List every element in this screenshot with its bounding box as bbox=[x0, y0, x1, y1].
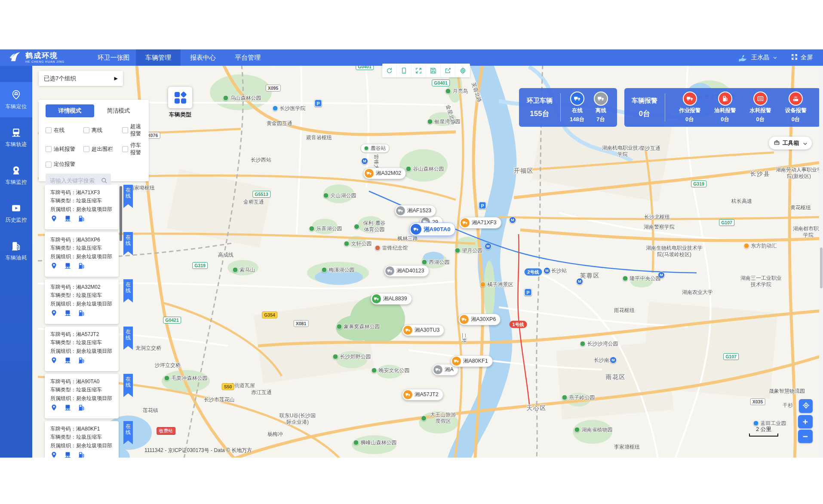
filter-超速报警[interactable]: 超速报警 bbox=[122, 123, 143, 137]
sidebar-item-车辆监控[interactable]: 车辆监控 bbox=[0, 158, 32, 193]
parking-icon[interactable]: P bbox=[479, 202, 486, 209]
filter-离线[interactable]: 离线 bbox=[83, 123, 122, 137]
checkbox[interactable] bbox=[46, 162, 52, 168]
map-tool-zoomReset[interactable] bbox=[382, 64, 397, 77]
vehicle-card[interactable]: 车牌号码：湘A32M02车辆类型：垃圾压缩车所属组织：厨余垃圾项目部在线 bbox=[45, 279, 119, 324]
checkbox[interactable] bbox=[46, 127, 52, 133]
filter-超出围栏[interactable]: 超出围栏 bbox=[83, 142, 122, 156]
vehicle-marker-湘AL8839[interactable]: 湘AL8839 bbox=[371, 293, 412, 305]
track-vehicle-icon[interactable] bbox=[64, 357, 71, 364]
vehicle-list-scrollbar[interactable] bbox=[120, 186, 122, 241]
vehicle-marker-湘A30TU3[interactable]: 湘A30TU3 bbox=[402, 324, 444, 336]
fuel-vehicle-icon[interactable] bbox=[78, 215, 85, 222]
track-vehicle-icon[interactable] bbox=[64, 451, 71, 458]
vehicle-type-button[interactable]: 车辆类型 bbox=[168, 87, 192, 119]
map-label-text: 长沙郊野公园 bbox=[340, 353, 371, 360]
vehicle-marker-湘AD40123[interactable]: 湘AD40123 bbox=[384, 265, 429, 277]
locate-button[interactable] bbox=[799, 399, 813, 413]
park-icon bbox=[580, 341, 586, 347]
map-tool-save[interactable] bbox=[426, 64, 441, 77]
vehicle-marker-湘A71XF3[interactable]: 湘A71XF3 bbox=[459, 217, 501, 229]
chevron-down-icon bbox=[802, 141, 808, 146]
page-scrollbar-thumb[interactable] bbox=[820, 247, 823, 288]
metro-station-icon: M bbox=[485, 243, 491, 250]
org-selector[interactable]: 已选7个组织 ▶ bbox=[39, 71, 123, 86]
vehicle-marker-湘AF1523[interactable]: 湘AF1523 bbox=[395, 205, 436, 217]
sidebar-item-车辆定位[interactable]: 车辆定位 bbox=[0, 82, 32, 117]
metro-station-icon: M bbox=[544, 267, 550, 274]
app-stage: 乌山森林公园月亮岛银星湾公园谷山森林公园尖山湖公园乐喜湖公园保利·麓谷体育公园文… bbox=[0, 49, 823, 458]
map-label-湖南省植物园: 湖南省植物园 bbox=[574, 426, 613, 434]
vehicle-card[interactable]: 车牌号码：湘A30XP6车辆类型：垃圾压缩车所属组织：厨余垃圾项目部在线 bbox=[45, 232, 119, 277]
filter-油耗报警[interactable]: 油耗报警 bbox=[46, 142, 83, 156]
map-label-高成线: 高成线 bbox=[218, 251, 233, 259]
vehicle-marker-湘A32M02[interactable]: 湘A32M02 bbox=[363, 168, 406, 179]
toolbox-button[interactable]: 工具箱 bbox=[769, 137, 812, 150]
track-vehicle-icon[interactable] bbox=[64, 262, 71, 269]
map-label-杨梅冲: 杨梅冲 bbox=[267, 431, 283, 438]
fuel-vehicle-icon[interactable] bbox=[78, 451, 85, 458]
zoom-out-button[interactable]: − bbox=[798, 430, 813, 443]
locate-vehicle-icon[interactable] bbox=[50, 357, 58, 364]
vehicle-card[interactable]: 车牌号码：湘A80KF1车辆类型：垃圾压缩车所属组织：厨余垃圾项目部在线 bbox=[45, 421, 119, 458]
page-scrollbar[interactable] bbox=[819, 65, 823, 458]
user-menu[interactable]: 王水晶 bbox=[738, 52, 778, 63]
track-vehicle-icon[interactable] bbox=[64, 404, 71, 411]
checkbox[interactable] bbox=[122, 127, 128, 133]
locate-vehicle-icon[interactable] bbox=[50, 215, 58, 222]
pinCar-icon bbox=[11, 89, 21, 100]
checkbox[interactable] bbox=[83, 146, 89, 152]
map-label-X081: X081 bbox=[294, 320, 309, 327]
fuel-vehicle-icon[interactable] bbox=[78, 404, 85, 411]
vehicle-marker-湘A57JT2[interactable]: 湘A57JT2 bbox=[402, 389, 443, 400]
sidebar-item-车辆油耗[interactable]: 车辆油耗 bbox=[0, 233, 32, 269]
tab-simple-mode[interactable]: 简洁模式 bbox=[94, 104, 143, 117]
status-badge: 在线 bbox=[123, 421, 133, 444]
filter-停车报警[interactable]: 停车报警 bbox=[122, 142, 143, 156]
locate-vehicle-icon[interactable] bbox=[50, 262, 58, 269]
map-label-尖山湖公园: 尖山湖公园 bbox=[323, 192, 356, 199]
nav-tab-环卫一张图[interactable]: 环卫一张图 bbox=[91, 49, 136, 66]
map-label-text: 麓谷站 bbox=[371, 145, 386, 152]
filter-定位报警[interactable]: 定位报警 bbox=[46, 161, 83, 168]
filter-在线[interactable]: 在线 bbox=[46, 123, 83, 137]
nav-tab-车辆管理[interactable]: 车辆管理 bbox=[136, 49, 181, 66]
tab-detail-mode[interactable]: 详情模式 bbox=[46, 104, 94, 117]
nav-tab-平台管理[interactable]: 平台管理 bbox=[225, 49, 270, 66]
sidebar-item-车辆轨迹[interactable]: 车辆轨迹 bbox=[0, 120, 32, 155]
metro-station-icon: M bbox=[658, 272, 665, 278]
park-icon bbox=[322, 267, 327, 273]
track-vehicle-icon[interactable] bbox=[64, 215, 71, 222]
fullscreen-button[interactable]: 全屏 bbox=[791, 53, 813, 62]
map-tool-share[interactable] bbox=[441, 64, 455, 77]
map-label-text: 象鼻窝森林公园 bbox=[344, 323, 380, 330]
nav-tab-报表中心[interactable]: 报表中心 bbox=[181, 49, 225, 66]
checkbox[interactable] bbox=[122, 146, 128, 152]
checkbox[interactable] bbox=[46, 146, 52, 152]
map-tool-tablet[interactable] bbox=[397, 64, 412, 77]
fuel-vehicle-icon[interactable] bbox=[78, 262, 85, 269]
track-vehicle-icon[interactable] bbox=[64, 309, 71, 317]
fuel-vehicle-icon[interactable] bbox=[78, 309, 85, 317]
vehicle-card[interactable]: 车牌号码：湘A71XF3车辆类型：垃圾压缩车所属组织：厨余垃圾项目部在线 bbox=[45, 185, 119, 229]
checkbox[interactable] bbox=[83, 127, 89, 133]
save-icon bbox=[430, 67, 437, 74]
fuel-vehicle-icon[interactable] bbox=[78, 357, 85, 364]
export-icon bbox=[444, 67, 451, 74]
filter-label: 定位报警 bbox=[54, 161, 75, 168]
zoom-in-button[interactable]: + bbox=[798, 415, 813, 428]
org-expand-arrow[interactable]: ▶ bbox=[114, 76, 118, 81]
vehicle-marker-湘A80KF1[interactable]: 湘A80KF1 bbox=[451, 355, 493, 367]
sidebar-item-历史监控[interactable]: 历史监控 bbox=[0, 195, 32, 231]
map-tool-expand[interactable] bbox=[412, 64, 426, 77]
locate-vehicle-icon[interactable] bbox=[50, 404, 58, 411]
vehicle-card[interactable]: 车牌号码：湘A57JT2车辆类型：垃圾压缩车所属组织：厨余垃圾项目部在线 bbox=[45, 327, 119, 371]
locate-vehicle-icon[interactable] bbox=[50, 451, 58, 458]
locate-vehicle-icon[interactable] bbox=[50, 309, 58, 317]
vehicle-marker-湘A30XP6[interactable]: 湘A30XP6 bbox=[458, 314, 501, 325]
vehicle-marker-湘A90TA0[interactable]: 湘A90TA0 bbox=[409, 223, 455, 236]
parking-icon[interactable]: P bbox=[315, 100, 322, 107]
map-tool-gear[interactable] bbox=[455, 64, 470, 77]
vehicle-card[interactable]: 车牌号码：湘A90TA0车辆类型：垃圾压缩车所属组织：厨余垃圾项目部在线 bbox=[45, 374, 119, 418]
parking-icon[interactable]: P bbox=[525, 289, 532, 296]
